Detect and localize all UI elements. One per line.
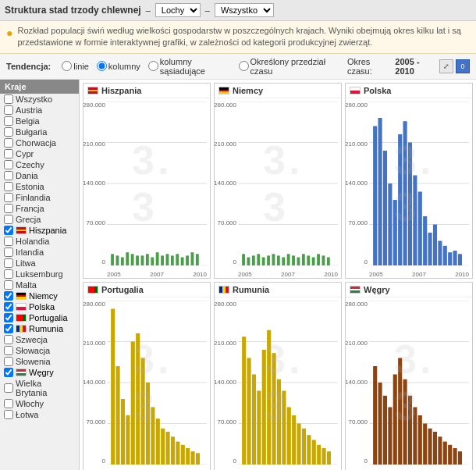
svg-rect-41 — [307, 255, 310, 265]
sidebar-item-polska[interactable]: Polska — [0, 301, 79, 312]
sidebar-item-hiszpania[interactable]: Hiszpania — [0, 225, 79, 236]
sidebar-item-rumunia[interactable]: Rumunia — [0, 323, 79, 334]
lochy-dropdown[interactable]: Lochy — [155, 3, 201, 17]
chat-icon[interactable]: 0 — [456, 59, 470, 73]
svg-rect-130 — [423, 423, 427, 465]
sidebar-item-cypr[interactable]: Cypr — [0, 148, 79, 159]
sidebar-item-dania[interactable]: Dania — [0, 170, 79, 181]
sidebar-item-czechy[interactable]: Czechy — [0, 159, 79, 170]
chart-body-pt: 280.000 210.000 140.000 70.000 0 3. 3 — [83, 297, 210, 470]
expand-icon[interactable]: ⤢ — [439, 59, 453, 73]
svg-rect-127 — [408, 396, 412, 465]
svg-rect-42 — [312, 257, 315, 265]
svg-rect-32 — [262, 257, 265, 265]
info-icon: ● — [6, 26, 12, 41]
y-labels-hu: 280.000 210.000 140.000 70.000 0 — [346, 301, 369, 465]
radio-czas[interactable]: Określony przedział czasu — [239, 57, 339, 76]
sidebar-item-chorwacja[interactable]: Chorwacja — [0, 137, 79, 148]
chart-portugalia: Portugalia 280.000 210.000 140.000 70.00… — [83, 282, 211, 470]
svg-rect-74 — [111, 308, 115, 465]
svg-rect-79 — [136, 333, 140, 465]
svg-rect-56 — [398, 134, 402, 265]
sidebar-item-bułgaria[interactable]: Bułgaria — [0, 126, 79, 137]
svg-rect-105 — [282, 390, 286, 465]
svg-rect-81 — [146, 383, 150, 465]
sidebar-item-estonia[interactable]: Estonia — [0, 181, 79, 192]
svg-rect-14 — [156, 252, 159, 265]
sidebar-item-finlandia[interactable]: Finlandia — [0, 192, 79, 203]
svg-rect-9 — [131, 254, 134, 265]
sidebar-item-wszystko[interactable]: Wszystko — [0, 94, 79, 105]
svg-rect-112 — [317, 445, 321, 465]
svg-rect-10 — [136, 255, 139, 265]
chart-body-es: 280.000 210.000 140.000 70.000 0 3. 3 — [83, 98, 210, 278]
svg-rect-108 — [297, 423, 301, 465]
header-separator2: – — [205, 5, 210, 15]
chart-title-es: Hiszpania — [83, 84, 210, 98]
svg-rect-13 — [151, 257, 154, 265]
chart-title-pt: Portugalia — [83, 283, 210, 297]
sidebar-item-niemcy[interactable]: Niemcy — [0, 290, 79, 301]
chart-polska: Polska 280.000 210.000 140.000 70.000 0 … — [345, 83, 473, 279]
svg-rect-52 — [378, 118, 382, 265]
radio-kolumny-sasiadujace[interactable]: kolumny sąsiadujące — [148, 57, 231, 76]
svg-rect-35 — [277, 255, 280, 265]
chart-inner-es: 3. 3 — [107, 101, 207, 265]
sidebar-item-luksemburg[interactable]: Luksemburg — [0, 269, 79, 280]
svg-rect-30 — [252, 255, 255, 265]
sidebar-item-malta[interactable]: Malta — [0, 280, 79, 290]
x-labels-es: 2005 2007 2010 — [107, 271, 207, 278]
sidebar-item-litwa[interactable]: Litwa — [0, 258, 79, 269]
svg-rect-16 — [166, 254, 169, 265]
svg-rect-88 — [181, 445, 185, 465]
svg-rect-110 — [307, 435, 311, 465]
sidebar-item-holandia[interactable]: Holandia — [0, 236, 79, 247]
chart-inner-hu: 3. 3 — [369, 301, 469, 465]
radio-kolumny[interactable]: kolumny — [97, 61, 140, 71]
chart-title-pl: Polska — [346, 84, 472, 98]
svg-de — [238, 101, 338, 265]
chart-inner-pl: 3. 3 — [369, 101, 469, 265]
svg-rect-122 — [383, 396, 387, 465]
svg-rect-128 — [413, 407, 417, 465]
sidebar-item-wielka-brytania[interactable]: Wielka Brytania — [0, 378, 79, 398]
svg-rect-8 — [126, 252, 129, 265]
wszystko-dropdown[interactable]: Wszystko — [215, 3, 274, 17]
svg-pt — [107, 301, 207, 465]
svg-rect-102 — [267, 330, 271, 465]
svg-rect-103 — [272, 353, 276, 465]
flag-hu — [16, 369, 27, 376]
info-bar: ● Rozkład populacji świń według wielkośc… — [0, 21, 476, 54]
flag-pl — [16, 303, 27, 311]
sidebar-item-belgia[interactable]: Belgia — [0, 116, 79, 126]
svg-rect-67 — [453, 251, 457, 265]
sidebar-item-węgry[interactable]: Węgry — [0, 367, 79, 378]
svg-rect-65 — [443, 246, 447, 265]
svg-rect-21 — [191, 252, 194, 265]
sidebar-item-portugalia[interactable]: Portugalia — [0, 312, 79, 323]
svg-rect-86 — [171, 436, 175, 465]
svg-rect-129 — [418, 415, 422, 465]
svg-rect-19 — [181, 257, 184, 265]
sidebar-item-szwecja[interactable]: Szwecja — [0, 334, 79, 345]
sidebar-item-łotwa[interactable]: Łotwa — [0, 409, 79, 420]
sidebar-item-słowacja[interactable]: Słowacja — [0, 345, 79, 356]
svg-rect-104 — [277, 379, 281, 465]
flag-pl — [350, 87, 361, 94]
sidebar-item-austria[interactable]: Austria — [0, 105, 79, 116]
sidebar-item-irlandia[interactable]: Irlandia — [0, 247, 79, 258]
svg-rect-28 — [242, 254, 245, 265]
svg-rect-51 — [373, 126, 377, 265]
svg-rect-137 — [458, 451, 462, 465]
svg-rect-68 — [458, 254, 462, 265]
toolbar-right: Okres czasu: 2005 - 2010 ⤢ 0 — [347, 57, 470, 76]
svg-rect-134 — [443, 441, 447, 464]
y-labels-pl: 280.000 210.000 140.000 70.000 0 — [346, 101, 369, 265]
sidebar-item-słowenia[interactable]: Słowenia — [0, 356, 79, 367]
radio-linie[interactable]: linie — [62, 61, 89, 71]
sidebar-item-włochy[interactable]: Włochy — [0, 398, 79, 409]
sidebar-item-francja[interactable]: Francja — [0, 203, 79, 214]
sidebar-item-grecja[interactable]: Grecja — [0, 214, 79, 225]
svg-rect-29 — [247, 257, 250, 265]
y-labels-es: 280.000 210.000 140.000 70.000 0 — [83, 101, 107, 265]
